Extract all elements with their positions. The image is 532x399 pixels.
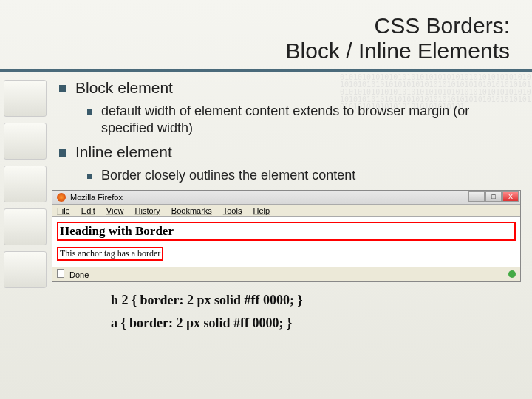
sidebar-decor — [0, 74, 50, 399]
title-line-1: CSS Borders: — [375, 13, 510, 38]
browser-titlebar: Mozilla Firefox — □ X — [52, 191, 520, 205]
firefox-icon — [57, 193, 66, 202]
bullet-label: Inline element — [75, 143, 172, 161]
browser-app-name: Mozilla Firefox — [70, 193, 123, 202]
browser-statusbar: Done — [52, 267, 520, 281]
sidebar-box — [4, 166, 47, 202]
demo-anchor[interactable]: This anchor tag has a border — [57, 247, 163, 261]
square-bullet-icon — [59, 149, 66, 157]
sub-bullet-block: default width of element content extends… — [87, 103, 517, 137]
status-left: Done — [57, 269, 89, 279]
menu-edit[interactable]: Edit — [81, 206, 95, 215]
status-text: Done — [69, 270, 89, 279]
menu-help[interactable]: Help — [253, 206, 270, 215]
status-indicator-icon — [508, 270, 516, 278]
demo-heading: Heading with Border — [57, 222, 516, 241]
slide-title: CSS Borders: Block / Inline Elements — [0, 0, 532, 72]
code-line-a: a { border: 2 px solid #ff 0000; } — [111, 312, 532, 335]
sidebar-box — [4, 80, 47, 117]
slide-content: Block element default width of element c… — [59, 79, 532, 184]
sidebar-box — [4, 251, 47, 288]
browser-viewport: Heading with Border This anchor tag has … — [52, 217, 520, 267]
code-examples: h 2 { border: 2 px solid #ff 0000; } a {… — [111, 289, 532, 334]
browser-menubar: File Edit View History Bookmarks Tools H… — [52, 205, 520, 217]
menu-bookmarks[interactable]: Bookmarks — [171, 206, 212, 215]
bullet-label: Block element — [75, 79, 173, 97]
close-button[interactable]: X — [502, 191, 519, 202]
sidebar-box — [4, 208, 47, 245]
menu-tools[interactable]: Tools — [223, 206, 242, 215]
menu-view[interactable]: View — [106, 206, 124, 215]
sub-bullet-text: Border closely outlines the element cont… — [101, 167, 355, 184]
bullet-block-element: Block element — [59, 79, 517, 97]
sub-bullet-text: default width of element content extends… — [101, 103, 517, 137]
code-line-h2: h 2 { border: 2 px solid #ff 0000; } — [111, 289, 532, 312]
square-bullet-icon — [59, 85, 66, 92]
sub-bullet-inline: Border closely outlines the element cont… — [87, 167, 517, 184]
bullet-inline-element: Inline element — [59, 143, 517, 161]
square-bullet-icon — [87, 174, 92, 179]
maximize-button[interactable]: □ — [485, 191, 502, 202]
square-bullet-icon — [87, 109, 92, 115]
minimize-button[interactable]: — — [468, 191, 485, 202]
menu-history[interactable]: History — [135, 206, 160, 215]
browser-screenshot: Mozilla Firefox — □ X File Edit View His… — [52, 190, 521, 282]
window-buttons: — □ X — [468, 191, 519, 202]
menu-file[interactable]: File — [57, 206, 70, 215]
title-line-2: Block / Inline Elements — [286, 38, 510, 63]
document-icon — [57, 269, 64, 278]
sidebar-box — [4, 123, 47, 160]
